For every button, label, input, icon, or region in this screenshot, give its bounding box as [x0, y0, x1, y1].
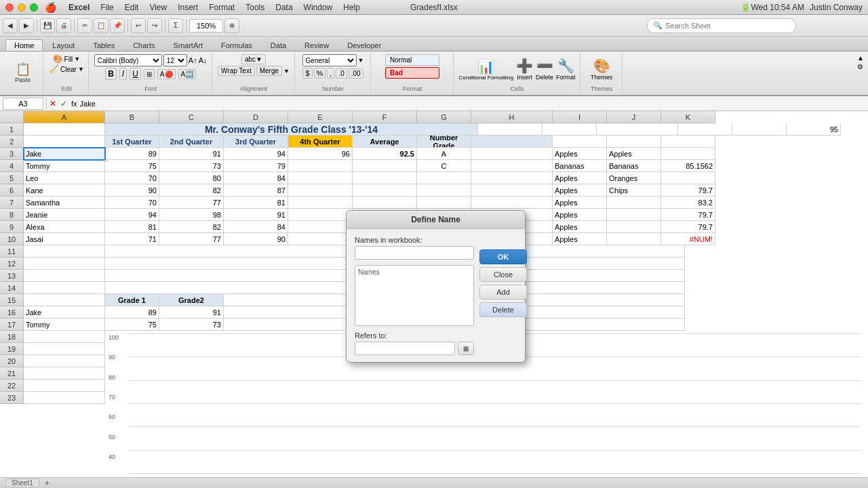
- col-header-H[interactable]: H: [471, 111, 553, 123]
- search-input[interactable]: [665, 22, 787, 30]
- toolbar-paste-btn[interactable]: 📌: [110, 18, 125, 33]
- cell-A11[interactable]: [24, 245, 105, 258]
- themes-btn[interactable]: 🎨 Themes: [591, 58, 613, 81]
- cell-C3[interactable]: 91: [159, 148, 224, 160]
- formula-cancel-btn[interactable]: ✕: [50, 99, 56, 108]
- cell-H4[interactable]: [471, 160, 553, 172]
- cell-A6[interactable]: Kane: [24, 184, 105, 197]
- cell-E9[interactable]: [288, 221, 353, 233]
- col-header-G[interactable]: G: [417, 111, 471, 123]
- cell-A16[interactable]: Jake: [24, 306, 105, 319]
- wrap-text-button[interactable]: Wrap Text: [218, 66, 255, 76]
- cell-G7[interactable]: [417, 197, 471, 209]
- row-header-20[interactable]: 20: [0, 355, 24, 367]
- cell-A4[interactable]: Tommy: [24, 160, 105, 172]
- formula-fn-btn[interactable]: fx: [71, 100, 77, 108]
- cell-K8[interactable]: 79.7: [661, 209, 715, 221]
- bold-button[interactable]: B: [105, 68, 117, 80]
- col-header-D[interactable]: D: [224, 111, 288, 123]
- toolbar-cut-btn[interactable]: ✂: [77, 18, 92, 33]
- toolbar-forward-btn[interactable]: ▶: [19, 18, 34, 33]
- col-header-K[interactable]: K: [661, 111, 715, 123]
- cell-H3[interactable]: [471, 148, 553, 160]
- menu-data[interactable]: Data: [270, 3, 298, 12]
- row-header-12[interactable]: 12: [0, 258, 24, 270]
- menu-insert[interactable]: Insert: [172, 3, 203, 12]
- menu-tools[interactable]: Tools: [240, 3, 270, 12]
- row-header-19[interactable]: 19: [0, 343, 24, 355]
- cell-A8[interactable]: Jeanie: [24, 209, 105, 221]
- cell-B9[interactable]: 81: [105, 221, 159, 233]
- cell-D4[interactable]: 79: [224, 160, 288, 172]
- underline-button[interactable]: U: [130, 68, 141, 80]
- ribbon-collapse-btn[interactable]: ▲: [857, 54, 864, 62]
- cell-B7[interactable]: 70: [105, 197, 159, 209]
- row-header-14[interactable]: 14: [0, 282, 24, 294]
- cell-A20[interactable]: [24, 355, 105, 367]
- cell-D3[interactable]: 94: [224, 148, 288, 160]
- cell-G6[interactable]: [417, 184, 471, 197]
- cell-E5[interactable]: [288, 172, 353, 184]
- cell-F4[interactable]: [353, 160, 417, 172]
- row-header-8[interactable]: 8: [0, 209, 24, 221]
- font-size-select[interactable]: 12: [163, 54, 187, 66]
- row-header-16[interactable]: 16: [0, 306, 24, 319]
- ribbon-settings-btn[interactable]: ⚙: [857, 63, 864, 70]
- cell-C7[interactable]: 77: [159, 197, 224, 209]
- cell-G4[interactable]: C: [417, 160, 471, 172]
- format-cell-btn[interactable]: 🔧 Format: [556, 58, 576, 81]
- cell-I5[interactable]: Apples: [553, 172, 607, 184]
- cell-J4[interactable]: Bananas: [607, 160, 661, 172]
- font-color-button[interactable]: A🔤: [178, 69, 197, 79]
- cell-C5[interactable]: 80: [159, 172, 224, 184]
- cell-A5[interactable]: Leo: [24, 172, 105, 184]
- cell-H7[interactable]: [471, 197, 553, 209]
- cell-J5[interactable]: Oranges: [607, 172, 661, 184]
- col-header-A[interactable]: A: [24, 111, 105, 123]
- cell-A21[interactable]: [24, 367, 105, 380]
- cell-K2[interactable]: [661, 136, 715, 148]
- row-header-1[interactable]: 1: [0, 123, 24, 136]
- cell-B15[interactable]: Grade 1: [105, 294, 159, 306]
- cell-B16[interactable]: 89: [105, 306, 159, 319]
- cell-G1[interactable]: [542, 123, 597, 136]
- cell-E10[interactable]: [288, 233, 353, 245]
- cell-I8[interactable]: Apples: [553, 209, 607, 221]
- cell-A22[interactable]: [24, 380, 105, 392]
- bad-style[interactable]: Bad: [385, 67, 439, 79]
- cell-A23[interactable]: [24, 392, 105, 404]
- refers-to-picker-btn[interactable]: ⊞: [458, 342, 474, 355]
- cell-K7[interactable]: 83.2: [661, 197, 715, 209]
- menu-help[interactable]: Help: [338, 3, 366, 12]
- cell-I6[interactable]: Apples: [553, 184, 607, 197]
- merge-dropdown[interactable]: ▼: [283, 68, 290, 75]
- col-header-F[interactable]: F: [353, 111, 417, 123]
- cell-I10[interactable]: Apples: [553, 233, 607, 245]
- row-header-10[interactable]: 10: [0, 233, 24, 245]
- cell-D2[interactable]: 3rd Quarter: [224, 136, 288, 148]
- refers-to-input[interactable]: [355, 342, 455, 355]
- toolbar-copy-btn[interactable]: 📋: [94, 18, 108, 33]
- cell-A1[interactable]: [24, 123, 105, 136]
- cell-D7[interactable]: 81: [224, 197, 288, 209]
- minimize-button[interactable]: [18, 3, 26, 12]
- delete-button[interactable]: Delete: [479, 302, 527, 317]
- fill-dropdown[interactable]: ▼: [74, 56, 80, 62]
- tab-tables[interactable]: Tables: [84, 39, 123, 51]
- cell-F3[interactable]: 92.5: [353, 148, 417, 160]
- cell-I3[interactable]: Apples: [553, 148, 607, 160]
- cell-H1[interactable]: [597, 123, 678, 136]
- merge-button[interactable]: Merge: [256, 66, 282, 76]
- tab-data[interactable]: Data: [262, 39, 295, 51]
- row-header-3[interactable]: 3: [0, 148, 24, 160]
- row-header-6[interactable]: 6: [0, 184, 24, 197]
- row-header-23[interactable]: 23: [0, 392, 24, 404]
- cell-E6[interactable]: [288, 184, 353, 197]
- row-header-9[interactable]: 9: [0, 221, 24, 233]
- col-header-C[interactable]: C: [159, 111, 224, 123]
- formula-confirm-btn[interactable]: ✓: [60, 99, 67, 108]
- cell-F2[interactable]: Average: [353, 136, 417, 148]
- cell-C17[interactable]: 73: [159, 319, 224, 331]
- cell-I2[interactable]: [553, 136, 607, 148]
- cell-A2[interactable]: [24, 136, 105, 148]
